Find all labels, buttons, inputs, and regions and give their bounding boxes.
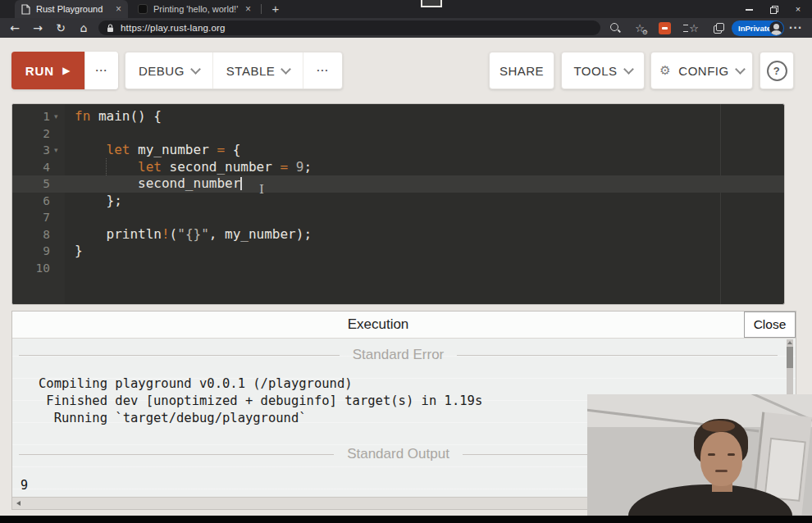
stderr-text: Compiling playground v0.0.1 (/playground…: [39, 375, 482, 427]
code-line-9[interactable]: 9}: [12, 243, 784, 260]
code-line-3[interactable]: 3▾ let my_number = {: [12, 142, 784, 159]
help-button[interactable]: ?: [760, 52, 794, 89]
inprivate-badge[interactable]: InPrivate: [732, 20, 784, 36]
scroll-left-icon[interactable]: [16, 501, 21, 506]
code-line-6[interactable]: 6 };: [12, 193, 784, 210]
scrollbar-thumb[interactable]: [787, 347, 793, 368]
favorites-bar-icon[interactable]: ☆: [684, 18, 704, 38]
question-icon: ?: [767, 61, 787, 81]
ibeam-cursor-icon: I: [259, 182, 264, 197]
collections-icon[interactable]: [709, 18, 728, 38]
tab-easy-rust[interactable]: Printing 'hello, world!' - Easy Rus ×: [131, 0, 258, 18]
recording-overlay-artifact: [421, 0, 442, 7]
text-caret: [240, 177, 242, 190]
code-line-5[interactable]: 5 second_number: [12, 175, 784, 193]
video-favicon: [138, 4, 148, 14]
stable-dropdown[interactable]: STABLE: [212, 52, 303, 89]
code-line-10[interactable]: 10: [12, 260, 784, 277]
gear-icon: ⚙: [659, 63, 671, 78]
run-button[interactable]: RUN ▶: [11, 52, 84, 89]
browser-navbar: ← → ↻ ⌂ https://play.rust-lang.org ☆⚙ ☆ …: [0, 18, 812, 38]
browser-window: Rust Playground × Printing 'hello, world…: [0, 0, 812, 523]
tab-close-icon[interactable]: ×: [116, 4, 121, 14]
code-line-8[interactable]: 8 println!("{}", my_number);: [12, 226, 784, 243]
run-button-group: RUN ▶ ···: [11, 52, 118, 89]
minimize-button[interactable]: [737, 4, 761, 14]
stdout-text: 9: [21, 478, 28, 493]
build-options-group: DEBUG STABLE ···: [125, 52, 343, 89]
tab-close-icon[interactable]: ×: [245, 4, 251, 14]
tab-divider: [261, 4, 262, 14]
address-bar[interactable]: https://play.rust-lang.org: [98, 20, 600, 35]
chevron-down-icon: [190, 64, 201, 75]
favorites-star-icon[interactable]: ☆⚙: [630, 18, 650, 38]
execution-header: Execution Close: [12, 312, 796, 339]
browser-menu-icon[interactable]: ···: [786, 18, 805, 38]
webcam-person-face: [700, 432, 742, 486]
forward-icon[interactable]: →: [28, 18, 48, 38]
code-line-4[interactable]: 4 let second_number = 9;: [12, 159, 784, 176]
document-icon: [21, 4, 30, 15]
code-editor[interactable]: 1▾fn main() {23▾ let my_number = {4 let …: [11, 103, 785, 305]
scroll-up-icon[interactable]: [787, 341, 792, 344]
chevron-down-icon: [281, 64, 291, 75]
refresh-icon[interactable]: ↻: [51, 18, 71, 38]
share-button[interactable]: SHARE: [489, 52, 554, 89]
webcam-overlay: [587, 394, 812, 516]
tab-rust-playground[interactable]: Rust Playground ×: [15, 0, 128, 18]
tools-dropdown[interactable]: TOOLS: [561, 52, 645, 89]
close-button[interactable]: Close: [744, 312, 796, 338]
play-icon: ▶: [62, 65, 71, 76]
url-text: https://play.rust-lang.org: [121, 23, 226, 33]
code-line-7[interactable]: 7: [12, 209, 784, 226]
execution-title: Execution: [12, 316, 744, 333]
code-lines[interactable]: 1▾fn main() {23▾ let my_number = {4 let …: [12, 108, 784, 276]
chevron-down-icon: [623, 64, 634, 75]
debug-dropdown[interactable]: DEBUG: [125, 52, 212, 89]
extension-icon[interactable]: [655, 18, 674, 38]
code-line-1[interactable]: 1▾fn main() {: [12, 108, 784, 125]
browser-titlebar: Rust Playground × Printing 'hello, world…: [0, 0, 812, 18]
tab-title: Rust Playground: [36, 4, 103, 14]
close-window-button[interactable]: ×: [786, 4, 810, 14]
tab-title: Printing 'hello, world!' - Easy Rus: [153, 4, 239, 14]
home-icon[interactable]: ⌂: [74, 18, 94, 38]
config-dropdown[interactable]: ⚙ CONFIG: [650, 52, 753, 89]
new-tab-button[interactable]: +: [268, 2, 283, 16]
restore-button[interactable]: [761, 4, 786, 14]
avatar: [769, 21, 783, 35]
stderr-heading: Standard Error: [19, 347, 778, 363]
code-line-2[interactable]: 2: [12, 125, 784, 143]
chevron-down-icon: [735, 64, 746, 75]
channel-options-button[interactable]: ···: [303, 52, 342, 89]
zoom-icon[interactable]: [605, 18, 625, 38]
run-options-button[interactable]: ···: [84, 52, 118, 89]
lock-icon: [107, 24, 114, 33]
back-icon[interactable]: ←: [5, 18, 25, 38]
bottom-letterbox-bar: [0, 516, 812, 523]
